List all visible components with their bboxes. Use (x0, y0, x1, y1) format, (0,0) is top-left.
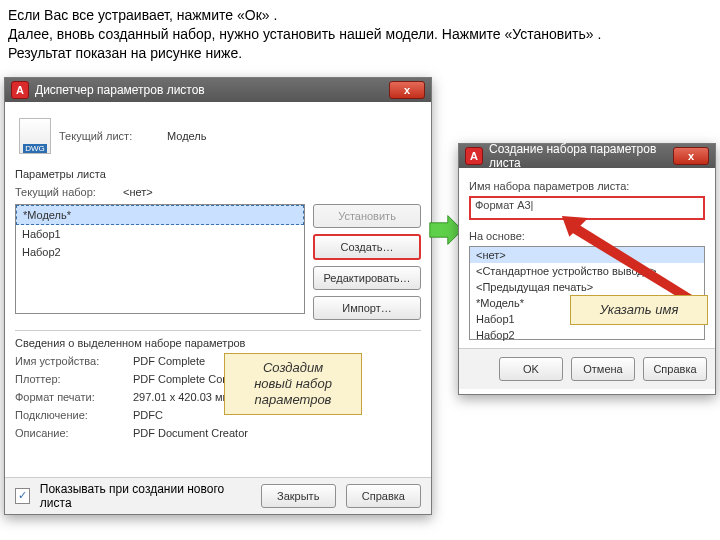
close-icon[interactable]: x (673, 147, 709, 165)
doc-line-1: Если Вас все устраивает, нажмите «Ок» . (8, 6, 712, 25)
app-logo-icon: A (465, 147, 483, 165)
divider (15, 330, 421, 331)
device-value: PDF Complete (133, 355, 205, 367)
ok-button[interactable]: OK (499, 357, 563, 381)
page-setups-listbox[interactable]: *Модель* Набор1 Набор2 (15, 204, 305, 314)
help-button[interactable]: Справка (346, 484, 421, 508)
footer: ✓ Показывать при создании нового листа З… (5, 477, 431, 514)
button-column: Установить Создать… Редактировать… Импор… (313, 204, 421, 320)
show-on-new-sheet-checkbox[interactable]: ✓ (15, 488, 30, 504)
cancel-button[interactable]: Отмена (571, 357, 635, 381)
current-sheet-label: Текущий лист: (59, 130, 159, 142)
doc-line-3: Результат показан на рисунке ниже. (8, 44, 712, 63)
doc-line-2: Далее, вновь созданный набор, нужно уста… (8, 25, 712, 44)
current-sheet-row: DWG Текущий лист: Модель (15, 110, 421, 166)
create-button[interactable]: Создать… (313, 234, 421, 260)
callout-create-new-set: Создадим новый набор параметров (224, 353, 362, 416)
help-button[interactable]: Справка (643, 357, 707, 381)
current-set-value: <нет> (123, 186, 153, 198)
params-area: *Модель* Набор1 Набор2 Установить Создат… (15, 204, 421, 320)
current-sheet-value: Модель (167, 130, 206, 142)
dwg-file-icon: DWG (19, 118, 51, 154)
device-label: Имя устройства: (15, 355, 125, 367)
close-button[interactable]: Закрыть (261, 484, 336, 508)
list-item[interactable]: Набор2 (16, 243, 304, 261)
checkbox-label: Показывать при создании нового листа (40, 482, 241, 510)
install-button[interactable]: Установить (313, 204, 421, 228)
list-item[interactable]: *Модель* (16, 205, 304, 225)
current-set-row: Текущий набор: <нет> (15, 186, 421, 198)
titlebar[interactable]: A Диспетчер параметров листов x (5, 78, 431, 102)
desc-label: Описание: (15, 427, 125, 439)
window-title: Диспетчер параметров листов (35, 83, 389, 97)
titlebar[interactable]: A Создание набора параметров листа x (459, 144, 715, 168)
app-logo-icon: A (11, 81, 29, 99)
plotter-label: Плоттер: (15, 373, 125, 385)
screenshot-stage: A Диспетчер параметров листов x DWG Теку… (0, 73, 720, 540)
document-instruction: Если Вас все устраивает, нажмите «Ок» . … (0, 0, 720, 73)
params-section-title: Параметры листа (15, 168, 421, 180)
close-icon[interactable]: x (389, 81, 425, 99)
info-section-title: Сведения о выделенном наборе параметров (15, 337, 421, 349)
page-setup-manager-window: A Диспетчер параметров листов x DWG Теку… (4, 77, 432, 515)
window-body: DWG Текущий лист: Модель Параметры листа… (5, 102, 431, 453)
import-button[interactable]: Импорт… (313, 296, 421, 320)
desc-value: PDF Document Creator (133, 427, 248, 439)
list-item[interactable]: Набор2 (470, 327, 704, 343)
edit-button[interactable]: Редактировать… (313, 266, 421, 290)
list-item[interactable]: Набор1 (16, 225, 304, 243)
format-label: Формат печати: (15, 391, 125, 403)
conn-value: PDFC (133, 409, 163, 421)
window-title: Создание набора параметров листа (489, 142, 673, 170)
current-set-label: Текущий набор: (15, 186, 115, 198)
callout-specify-name: Указать имя (570, 295, 708, 325)
name-field-label: Имя набора параметров листа: (469, 180, 705, 192)
conn-label: Подключение: (15, 409, 125, 421)
footer: OK Отмена Справка (459, 348, 715, 389)
